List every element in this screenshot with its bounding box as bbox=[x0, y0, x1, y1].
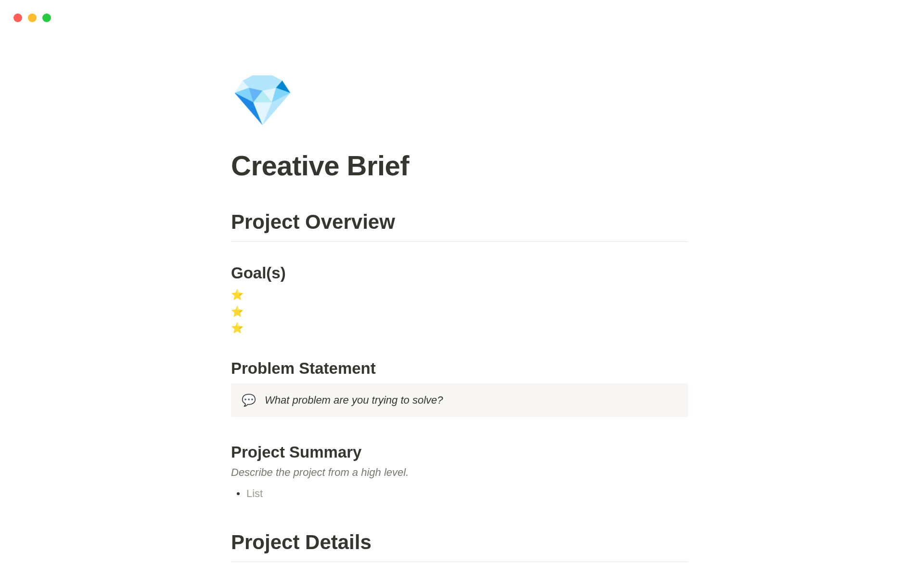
list-placeholder[interactable]: List bbox=[246, 487, 263, 500]
close-window-button[interactable] bbox=[13, 13, 22, 22]
summary-list[interactable]: List bbox=[231, 487, 688, 500]
window-controls bbox=[13, 13, 51, 22]
callout-text[interactable]: What problem are you trying to solve? bbox=[265, 394, 443, 407]
speech-bubble-icon: 💬 bbox=[242, 394, 256, 406]
maximize-window-button[interactable] bbox=[42, 13, 51, 22]
goal-item[interactable]: ⭐ bbox=[231, 287, 688, 303]
goal-item[interactable]: ⭐ bbox=[231, 304, 688, 320]
summary-hint[interactable]: Describe the project from a high level. bbox=[231, 466, 688, 479]
summary-heading[interactable]: Project Summary bbox=[231, 443, 688, 461]
page-icon[interactable]: 💎 bbox=[231, 75, 294, 125]
minimize-window-button[interactable] bbox=[28, 13, 37, 22]
problem-callout[interactable]: 💬 What problem are you trying to solve? bbox=[231, 383, 688, 417]
details-heading[interactable]: Project Details bbox=[231, 531, 688, 559]
page-title[interactable]: Creative Brief bbox=[231, 149, 688, 182]
goals-heading[interactable]: Goal(s) bbox=[231, 264, 688, 282]
overview-heading[interactable]: Project Overview bbox=[231, 210, 688, 238]
divider bbox=[231, 562, 688, 562]
goal-item[interactable]: ⭐ bbox=[231, 320, 688, 336]
problem-heading[interactable]: Problem Statement bbox=[231, 359, 688, 378]
divider bbox=[231, 241, 688, 242]
bullet-icon bbox=[237, 492, 240, 495]
list-item[interactable]: List bbox=[231, 487, 688, 500]
goals-list[interactable]: ⭐ ⭐ ⭐ bbox=[231, 287, 688, 336]
page-content: 💎 Creative Brief Project Overview Goal(s… bbox=[231, 0, 688, 562]
